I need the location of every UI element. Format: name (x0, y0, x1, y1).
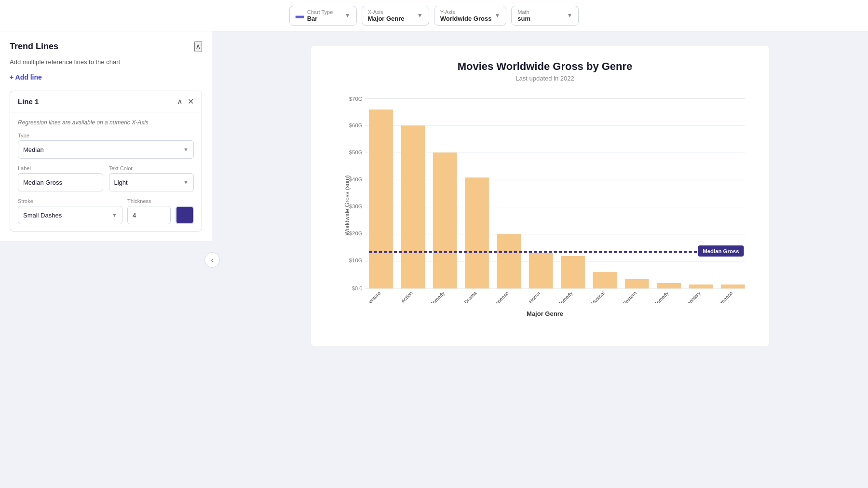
svg-text:Horror: Horror (528, 290, 542, 303)
bar-black-comedy (657, 283, 681, 288)
type-arrow: ▼ (183, 147, 189, 152)
label-field: Label (18, 165, 103, 191)
svg-text:$40G: $40G (349, 176, 363, 182)
chart-title: Movies Worldwide Gross by Genre (340, 60, 750, 73)
bar-musical (593, 272, 617, 288)
thickness-input[interactable] (127, 206, 171, 224)
svg-text:Romantic Comedy: Romantic Comedy (541, 290, 574, 304)
svg-text:$10G: $10G (349, 258, 363, 263)
svg-text:Black Comedy: Black Comedy (643, 290, 670, 304)
panel-description: Add multiple reference lines to the char… (10, 58, 202, 67)
bar-documentary (689, 285, 713, 288)
bar-adventure (369, 109, 393, 288)
y-axis-label: Y-Axis (440, 9, 492, 15)
label-textcolor-row: Label Text Color Light ▼ (18, 165, 194, 191)
left-panel: Trend Lines ∧ Add multiple reference lin… (0, 31, 212, 241)
math-label: Math (517, 9, 564, 15)
svg-text:$50G: $50G (349, 149, 363, 155)
bar-comedy (433, 152, 457, 288)
line-1-collapse-button[interactable]: ∧ (177, 97, 183, 106)
svg-text:Adventure: Adventure (362, 290, 381, 303)
type-field: Type Median ▼ (18, 133, 194, 159)
y-axis-label: Worldwide Gross (sum) (344, 176, 351, 236)
type-select[interactable]: Median ▼ (18, 140, 194, 159)
text-color-value: Light (114, 179, 128, 186)
main-layout: Trend Lines ∧ Add multiple reference lin… (0, 31, 868, 488)
label-input[interactable] (18, 173, 103, 191)
x-axis-label: Major Genre (340, 310, 750, 317)
svg-text:Thriller/Suspense: Thriller/Suspense (478, 290, 510, 303)
stroke-arrow: ▼ (112, 212, 117, 218)
bar-horror (529, 253, 553, 289)
toolbar: ▬ Chart Type Bar ▼ X-Axis Major Genre ▼ … (0, 0, 868, 31)
svg-text:Musical: Musical (590, 290, 606, 303)
add-line-button[interactable]: + Add line (10, 73, 42, 81)
chart-body: Worldwide Gross (sum) (340, 94, 750, 317)
label-label: Label (18, 165, 103, 171)
svg-text:Western: Western (621, 290, 637, 303)
panel-title: Trend Lines (10, 41, 58, 52)
bar-western (625, 279, 649, 289)
x-axis-value: Major Genre (368, 15, 414, 22)
svg-text:Concert/Performance: Concert/Performance (696, 290, 734, 303)
line-1-card: Line 1 ∧ ✕ Regression lines are availabl… (10, 91, 202, 231)
bar-action (401, 125, 425, 288)
chart-svg: $70G $60G $50G $40G $30G $20G $10G $0.0 (340, 94, 750, 303)
text-color-select[interactable]: Light ▼ (109, 173, 194, 191)
chart-subtitle: Last updated in 2022 (340, 75, 750, 82)
math-arrow: ▼ (567, 12, 572, 19)
math-control[interactable]: Math sum ▼ (511, 6, 579, 26)
y-axis-control[interactable]: Y-Axis Worldwide Gross ▼ (434, 6, 507, 26)
stroke-select[interactable]: Small Dashes ▼ (18, 206, 122, 224)
x-axis-label: X-Axis (368, 9, 414, 15)
thickness-field: Thickness (127, 198, 171, 224)
math-value: sum (517, 15, 564, 22)
bar-concert (721, 285, 745, 288)
svg-text:$20G: $20G (349, 230, 363, 236)
chart-area: Movies Worldwide Gross by Genre Last upd… (212, 31, 868, 488)
x-axis-control[interactable]: X-Axis Major Genre ▼ (362, 6, 429, 26)
bar-thriller (497, 234, 521, 288)
type-label: Type (18, 133, 194, 138)
regression-note: Regression lines are available on a nume… (18, 119, 194, 126)
type-row: Type Median ▼ (18, 133, 194, 159)
chart-type-label: Chart Type (307, 9, 342, 15)
svg-text:Documentary: Documentary (677, 290, 702, 304)
stroke-thickness-row: Stroke Small Dashes ▼ Thickness (18, 198, 194, 224)
text-color-label: Text Color (109, 165, 194, 171)
svg-text:$0.0: $0.0 (352, 285, 362, 291)
text-color-field: Text Color Light ▼ (109, 165, 194, 191)
chart-container: Movies Worldwide Gross by Genre Last upd… (311, 46, 769, 346)
svg-text:$70G: $70G (349, 96, 363, 102)
svg-text:Action: Action (400, 290, 414, 303)
stroke-value: Small Dashes (23, 212, 62, 219)
left-panel-wrap: Trend Lines ∧ Add multiple reference lin… (0, 31, 212, 488)
panel-collapse-button[interactable]: ∧ (194, 41, 202, 52)
y-axis-arrow: ▼ (494, 12, 500, 19)
chart-type-control[interactable]: ▬ Chart Type Bar ▼ (289, 6, 357, 26)
svg-text:$60G: $60G (349, 122, 363, 128)
y-axis-value: Worldwide Gross (440, 15, 492, 22)
svg-text:$30G: $30G (349, 203, 363, 209)
line-1-title: Line 1 (18, 97, 39, 106)
x-axis-arrow: ▼ (417, 12, 423, 19)
color-swatch[interactable] (176, 206, 194, 224)
type-value: Median (23, 146, 44, 153)
bar-chart-icon: ▬ (296, 11, 304, 21)
line-1-body: Regression lines are available on a nume… (10, 112, 202, 231)
line-1-close-button[interactable]: ✕ (188, 97, 194, 106)
stroke-label: Stroke (18, 198, 122, 204)
panel-header: Trend Lines ∧ (10, 41, 202, 52)
chart-type-value: Bar (307, 15, 342, 22)
thickness-label: Thickness (127, 198, 171, 204)
bar-romantic-comedy (561, 256, 585, 288)
line-1-card-header: Line 1 ∧ ✕ (10, 91, 202, 112)
svg-text:Drama: Drama (463, 290, 478, 303)
stroke-field: Stroke Small Dashes ▼ (18, 198, 122, 224)
chart-type-arrow: ▼ (345, 12, 351, 19)
text-color-arrow: ▼ (183, 179, 189, 185)
sidebar-collapse-button[interactable]: ‹ (204, 252, 220, 268)
svg-text:Comedy: Comedy (429, 290, 446, 304)
bar-drama (465, 177, 489, 288)
median-label-text: Median Gross (703, 248, 739, 254)
